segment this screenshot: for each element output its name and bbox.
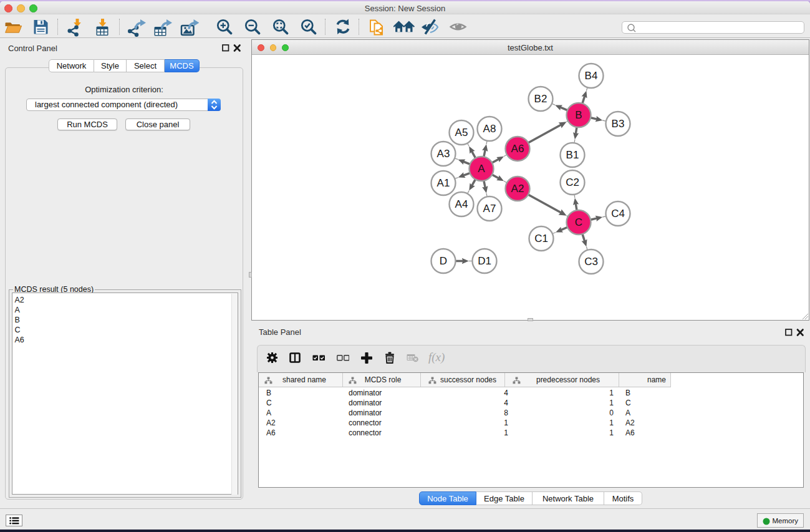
svg-text:B2: B2 — [534, 93, 547, 105]
svg-text:A4: A4 — [455, 198, 468, 210]
svg-text:D1: D1 — [478, 255, 491, 267]
svg-text:A5: A5 — [455, 127, 468, 138]
svg-text:D: D — [440, 255, 447, 267]
svg-text:A: A — [478, 163, 485, 175]
svg-text:C2: C2 — [566, 177, 579, 188]
svg-text:A7: A7 — [483, 203, 496, 215]
svg-text:B1: B1 — [566, 149, 579, 161]
svg-text:C4: C4 — [611, 208, 625, 220]
svg-text:C3: C3 — [584, 256, 598, 268]
svg-text:B3: B3 — [612, 118, 625, 130]
svg-text:B: B — [575, 109, 582, 121]
svg-text:A3: A3 — [437, 148, 450, 160]
svg-text:A8: A8 — [483, 123, 496, 135]
svg-text:A2: A2 — [511, 183, 524, 195]
svg-text:C: C — [575, 216, 582, 228]
svg-text:A6: A6 — [511, 143, 524, 155]
svg-text:A1: A1 — [437, 177, 450, 189]
svg-text:B4: B4 — [585, 70, 598, 82]
svg-text:C1: C1 — [534, 233, 548, 244]
